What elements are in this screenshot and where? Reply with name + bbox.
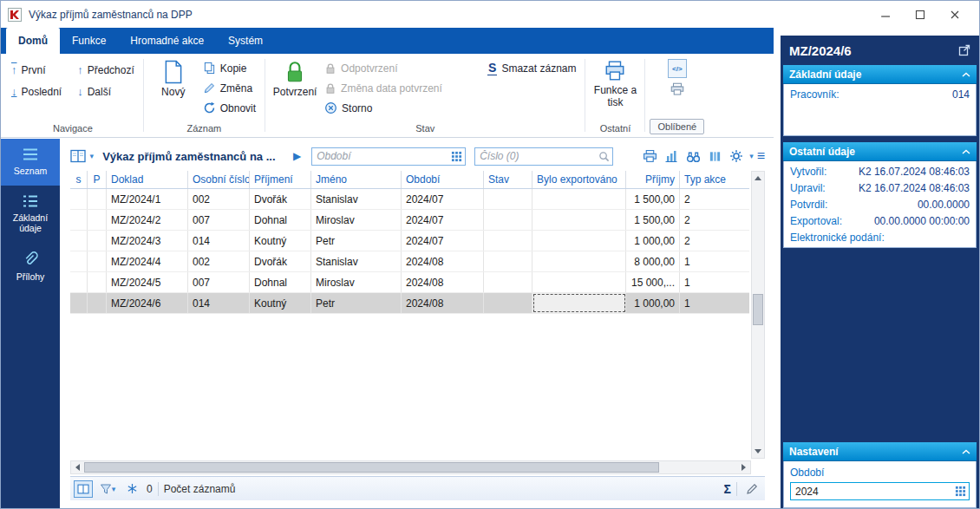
maximize-button[interactable]	[903, 3, 938, 27]
section-header-ostatni[interactable]: Ostatní údaje	[783, 142, 977, 161]
table-cell	[70, 272, 88, 292]
first-button[interactable]: ↑První	[7, 60, 66, 80]
field-potvrdil: Potvrdil: 00.00.0000	[784, 196, 976, 212]
scroll-up-button[interactable]	[752, 172, 764, 185]
open-list-icon[interactable]: ▶	[293, 150, 301, 162]
period-label: Období	[790, 465, 970, 482]
filter-button[interactable]: ▾	[98, 480, 117, 498]
book-view-icon[interactable]	[70, 147, 87, 165]
column-header[interactable]: Příjmy	[626, 171, 680, 188]
favorite-print-button[interactable]	[670, 82, 685, 97]
unconfirm-button[interactable]: Odpotvrzení	[320, 58, 452, 78]
table-cell: 1	[680, 251, 749, 271]
gear-icon[interactable]	[728, 147, 745, 165]
functions-print-button[interactable]: Funkce a tisk	[590, 55, 640, 109]
expand-panel-icon[interactable]	[958, 44, 970, 56]
period-input[interactable]	[795, 486, 955, 498]
column-header[interactable]: Typ akce	[680, 171, 749, 188]
search-icon[interactable]	[598, 151, 610, 162]
grid-picker-icon[interactable]	[955, 486, 966, 497]
close-button[interactable]	[938, 3, 972, 27]
next-button[interactable]: ↓Další	[73, 82, 139, 101]
search-input[interactable]	[480, 150, 598, 162]
divider	[736, 482, 737, 496]
group-label-zaznam: Záznam	[148, 121, 260, 137]
column-header[interactable]: Jméno	[311, 171, 402, 188]
new-button[interactable]: Nový	[148, 55, 199, 99]
field-pracovnik[interactable]: Pracovník: 014	[784, 86, 976, 102]
sidebar-item-zakladni-udaje[interactable]: Základní údaje	[1, 186, 60, 243]
edit-button[interactable]	[742, 480, 761, 498]
column-header[interactable]: s	[70, 171, 88, 188]
table-cell: 007	[188, 210, 250, 230]
column-header[interactable]: Stav	[484, 171, 532, 188]
copy-button[interactable]: Kopie	[199, 58, 260, 78]
change-button[interactable]: Změna	[199, 78, 260, 98]
confirm-button[interactable]: Potvrzení	[270, 55, 320, 99]
table-row[interactable]: MZ/2024/2007DohnalMiroslav2024/071 500,0…	[70, 210, 749, 231]
table-row[interactable]: MZ/2024/5007DohnalMiroslav2024/0815 000,…	[70, 272, 749, 293]
zakladni-box: Pracovník: 014	[783, 84, 977, 136]
delete-record-button[interactable]: SSmazat záznam	[483, 58, 580, 78]
menu-icon[interactable]: ≡	[757, 148, 765, 164]
period-filter-input[interactable]	[317, 150, 451, 162]
last-button[interactable]: ↓Poslední	[7, 82, 66, 101]
view-toggle-button[interactable]	[74, 480, 93, 498]
table-cell	[70, 189, 88, 209]
sidebar-item-prilohy[interactable]: Přílohy	[1, 243, 60, 291]
column-header[interactable]: Doklad	[107, 171, 188, 188]
storno-button[interactable]: Storno	[320, 98, 452, 118]
favorite-code-button[interactable]: </>	[668, 59, 687, 78]
chevron-down-icon[interactable]: ▾	[90, 152, 95, 160]
scroll-left-button[interactable]	[71, 461, 84, 473]
collapse-chevron-icon[interactable]	[962, 72, 970, 77]
refresh-button[interactable]: Obnovit	[199, 98, 260, 118]
table-row[interactable]: MZ/2024/3014KoutnýPetr2024/071 000,002	[70, 231, 749, 251]
table-cell	[484, 189, 532, 209]
ribbon-group-oblibene: </> Oblíbené	[645, 54, 709, 137]
column-header[interactable]: Příjmení	[250, 171, 311, 188]
binoculars-icon[interactable]	[684, 147, 702, 165]
v-scrollbar[interactable]	[751, 171, 765, 459]
tab-system[interactable]: Systém	[216, 28, 275, 54]
collapse-chevron-icon[interactable]	[962, 449, 970, 454]
h-scroll-track[interactable]	[84, 461, 737, 473]
columns-icon[interactable]	[706, 147, 723, 165]
h-scrollbar[interactable]	[70, 460, 751, 474]
table-row-selected[interactable]: MZ/2024/6014KoutnýPetr2024/081 000,001	[70, 293, 749, 314]
sidebar-item-seznam[interactable]: Seznam	[1, 139, 60, 186]
section-header-zakladni[interactable]: Základní údaje	[783, 65, 977, 84]
change-confirm-date-button[interactable]: Změna data potvrzení	[320, 78, 452, 98]
sum-button[interactable]: Σ	[724, 482, 731, 496]
titlebar: Výkaz příjmů zaměstnanců na DPP	[1, 1, 979, 28]
frozen-count: 0	[147, 483, 153, 495]
column-header[interactable]: Bylo exportováno	[532, 171, 626, 188]
v-scroll-track[interactable]	[752, 185, 764, 445]
tab-funkce[interactable]: Funkce	[60, 28, 118, 54]
group-label-oblibene[interactable]: Oblíbené	[650, 119, 704, 134]
section-header-nastaveni[interactable]: Nastavení	[783, 442, 977, 461]
grid-picker-icon[interactable]	[451, 151, 462, 162]
tab-hromadne-akce[interactable]: Hromadné akce	[118, 28, 216, 54]
scroll-down-button[interactable]	[752, 445, 764, 458]
table-cell: 2024/07	[402, 189, 484, 209]
freeze-button[interactable]	[122, 480, 141, 498]
gear-dropdown-icon[interactable]: ▾	[749, 152, 754, 160]
column-header[interactable]: P	[88, 171, 107, 188]
table-cell: MZ/2024/4	[107, 251, 188, 271]
collapse-chevron-icon[interactable]	[962, 149, 970, 154]
column-header[interactable]: Osobní číslo	[188, 171, 250, 188]
table-cell: 1 500,00	[626, 189, 680, 209]
minimize-button[interactable]	[868, 3, 903, 27]
chart-icon[interactable]	[663, 147, 680, 165]
column-header[interactable]: Období	[402, 171, 484, 188]
table-row[interactable]: MZ/2024/4002DvořákStanislav2024/088 000,…	[70, 251, 749, 272]
v-scroll-thumb[interactable]	[753, 294, 763, 325]
scroll-right-button[interactable]	[737, 461, 750, 473]
tab-domu[interactable]: Domů	[6, 28, 60, 54]
print-icon[interactable]	[641, 147, 658, 165]
table-cell: MZ/2024/5	[107, 272, 188, 292]
previous-button[interactable]: ↑Předchozí	[73, 60, 139, 80]
table-row[interactable]: MZ/2024/1002DvořákStanislav2024/071 500,…	[70, 189, 749, 210]
h-scroll-thumb[interactable]	[84, 462, 659, 473]
